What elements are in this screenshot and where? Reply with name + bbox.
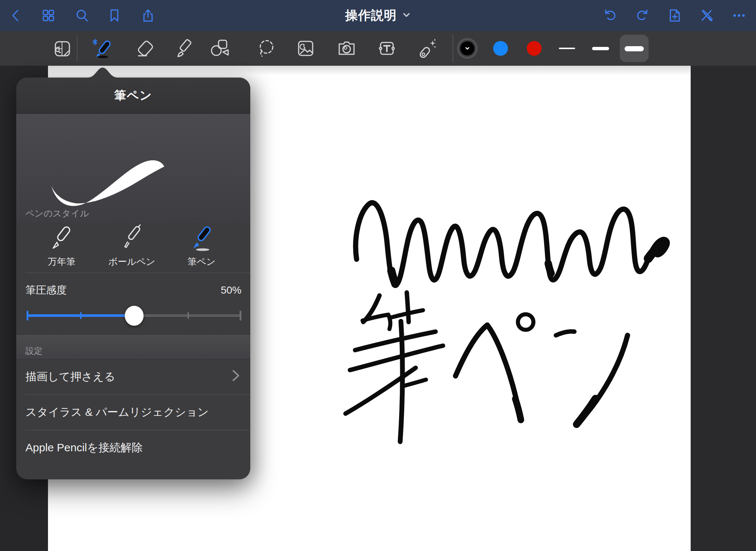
setting-row-draw-and-hold[interactable]: 描画して押さえる <box>16 359 250 394</box>
slider-knob[interactable] <box>125 306 144 326</box>
lasso-tool[interactable] <box>254 37 278 60</box>
ellipsis-icon <box>731 7 747 24</box>
handwritten-char-n <box>556 331 628 425</box>
setting-row-label: 描画して押さえる <box>25 369 116 384</box>
slider-start-cap <box>27 311 28 321</box>
thickness-thick-selected[interactable] <box>620 35 649 62</box>
setting-row-disconnect-apple-pencil[interactable]: Apple Pencilを接続解除 <box>16 430 250 465</box>
image-tool[interactable] <box>294 37 317 60</box>
thickness-thin[interactable] <box>559 48 575 49</box>
color-swatch-black-selected[interactable] <box>457 38 478 59</box>
color-swatch-blue[interactable] <box>493 41 508 56</box>
shapes-tool[interactable] <box>208 37 232 60</box>
pen-style-label: ボールペン <box>108 256 155 268</box>
handwritten-char-fude <box>346 292 443 442</box>
image-icon <box>295 37 317 59</box>
text-icon <box>376 37 398 59</box>
handwriting-convert-tool[interactable] <box>50 37 74 60</box>
pressure-value: 50% <box>221 284 241 296</box>
handwriting-convert-icon <box>51 37 73 59</box>
pressure-row: 筆圧感度 50% <box>25 283 241 298</box>
drawing-toolbar <box>0 31 756 66</box>
popover-arrow <box>88 66 117 78</box>
brush-pen-icon <box>187 224 216 255</box>
eraser-icon <box>134 37 156 59</box>
redo-button[interactable] <box>634 7 650 24</box>
scribble-stroke <box>355 203 667 285</box>
bluetooth-pen-icon <box>90 37 113 59</box>
pen-style-row: 万年筆 ボールペン 筆ペン <box>16 222 250 273</box>
slider-tick-75 <box>188 312 189 319</box>
highlighter-tool[interactable] <box>173 37 196 60</box>
stroke-preview: ペンのスタイル <box>16 114 250 222</box>
toolbar-divider <box>77 35 78 61</box>
highlighter-icon <box>173 37 196 59</box>
thickness-thick-line <box>625 46 644 51</box>
settings-header: 設定 <box>25 345 42 357</box>
color-swatch-red[interactable] <box>527 41 542 56</box>
laser-pointer-tool[interactable] <box>415 37 439 60</box>
pen-style-brush-selected[interactable]: 筆ペン <box>166 222 237 273</box>
settings-section-band: 設定 <box>16 334 250 359</box>
redo-icon <box>634 7 650 24</box>
shapes-icon <box>209 37 231 59</box>
pen-style-label: 筆ペン <box>188 256 216 268</box>
toolbar-divider <box>453 34 453 62</box>
thickness-medium[interactable] <box>592 47 609 50</box>
pressure-label: 筆圧感度 <box>25 283 67 297</box>
pen-disable-button[interactable] <box>699 7 715 24</box>
add-page-button[interactable] <box>667 7 683 24</box>
undo-icon <box>602 7 618 24</box>
page-title: 操作説明 <box>345 7 397 24</box>
camera-icon <box>336 37 358 59</box>
handwritten-char-pe <box>456 314 533 420</box>
navigation-bar: 操作説明 <box>0 0 756 31</box>
slider-end-cap <box>240 311 241 321</box>
setting-row-label: スタイラス & パームリジェクション <box>25 405 209 420</box>
black-swatch <box>460 41 474 55</box>
separator <box>25 273 250 273</box>
more-button[interactable] <box>731 7 747 24</box>
pressure-slider[interactable] <box>27 305 241 326</box>
fountain-pen-icon <box>47 224 76 255</box>
brush-stroke-preview <box>16 114 250 222</box>
lasso-icon <box>255 37 277 59</box>
undo-button[interactable] <box>602 7 618 24</box>
pen-crossed-icon <box>699 7 715 24</box>
pen-settings-popover: 筆ペン ペンのスタイル 万年筆 ボールペン <box>16 78 250 479</box>
chevron-down-icon <box>464 45 470 51</box>
setting-row-stylus-palm-rejection[interactable]: スタイラス & パームリジェクション <box>16 395 250 430</box>
pen-style-section-label: ペンのスタイル <box>25 208 89 219</box>
pen-style-fountain[interactable]: 万年筆 <box>27 222 97 273</box>
eraser-tool[interactable] <box>133 37 157 60</box>
pen-style-label: 万年筆 <box>48 256 76 268</box>
add-page-icon <box>667 7 683 24</box>
popover-header: 筆ペン <box>16 78 250 114</box>
camera-tool[interactable] <box>335 37 358 60</box>
setting-row-label: Apple Pencilを接続解除 <box>25 440 142 455</box>
popover-title: 筆ペン <box>114 88 152 104</box>
laser-pointer-icon <box>416 37 438 59</box>
chevron-right-icon <box>231 369 241 384</box>
ballpoint-pen-icon <box>117 224 146 255</box>
chevron-down-icon <box>402 10 411 21</box>
pen-style-ballpoint[interactable]: ボールペン <box>97 222 167 273</box>
pen-tool-selected[interactable] <box>90 37 113 60</box>
slider-tick-25 <box>80 312 82 319</box>
canvas-margin-right <box>691 66 756 551</box>
text-tool[interactable] <box>375 37 399 60</box>
